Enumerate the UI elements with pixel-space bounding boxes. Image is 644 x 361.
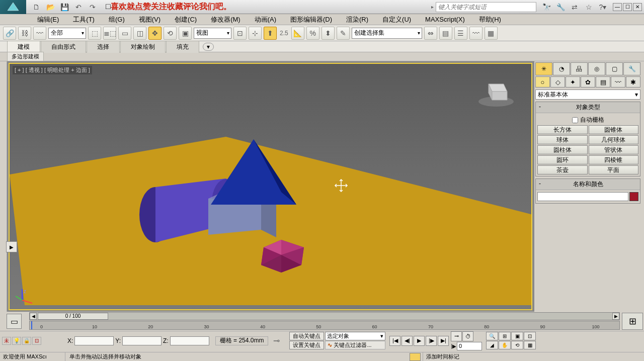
- menu-edit[interactable]: 编辑(E): [30, 14, 66, 25]
- time-config-icon[interactable]: ⏱: [462, 331, 473, 341]
- zoom-icon[interactable]: 🔍: [486, 332, 498, 340]
- help-search-input[interactable]: [436, 2, 536, 12]
- obj-box-button[interactable]: 长方体: [537, 125, 588, 134]
- angle-snap-icon[interactable]: 📐: [291, 27, 304, 40]
- link-icon[interactable]: 🔗: [3, 27, 16, 40]
- zoom-all-icon[interactable]: ⊞: [499, 332, 511, 340]
- create-tab-icon[interactable]: ✳: [535, 62, 552, 75]
- viewport-play-icon[interactable]: ▶: [6, 241, 17, 252]
- ribbon-tab-objectpaint[interactable]: 对象绘制: [120, 41, 166, 53]
- slider-left-icon[interactable]: ◀: [30, 313, 37, 320]
- orbit-icon[interactable]: ⟲: [511, 341, 523, 349]
- wrench-icon[interactable]: 🔧: [555, 2, 566, 12]
- move-icon[interactable]: ✥: [148, 27, 162, 40]
- lights-subtab-icon[interactable]: ✦: [566, 76, 580, 87]
- menu-help[interactable]: 帮助(H): [472, 14, 508, 25]
- time-slider[interactable]: ◀ 0 / 100 ▶: [29, 312, 620, 320]
- display-tab-icon[interactable]: ▢: [606, 62, 623, 75]
- open-icon[interactable]: 📂: [45, 2, 55, 12]
- bind-icon[interactable]: 〰: [33, 27, 46, 40]
- selection-lock-icon[interactable]: ⊡: [32, 337, 41, 345]
- keyfilter-button[interactable]: ∿关键点过滤器...: [325, 341, 385, 349]
- ribbon-tab-freeform[interactable]: 自由形式: [41, 41, 86, 53]
- fov-icon[interactable]: ◢: [486, 341, 498, 349]
- pivot-icon[interactable]: ⊡: [233, 27, 247, 40]
- z-input[interactable]: [170, 336, 209, 345]
- minimize-button[interactable]: —: [613, 3, 622, 11]
- scale-icon[interactable]: ▣: [179, 27, 192, 40]
- ribbon-minimize-icon[interactable]: ▾: [203, 43, 214, 51]
- tag-icon[interactable]: [410, 353, 421, 361]
- maximize-button[interactable]: ☐: [623, 3, 632, 11]
- menu-maxscript[interactable]: MAXScript(X): [418, 15, 472, 24]
- utilities-tab-icon[interactable]: 🔧: [623, 62, 640, 75]
- viewcube[interactable]: [476, 74, 516, 109]
- goto-start-icon[interactable]: |◀: [389, 336, 400, 346]
- geometry-subtab-icon[interactable]: ○: [535, 76, 550, 87]
- autogrid-checkbox[interactable]: [572, 117, 578, 123]
- select-name-icon[interactable]: ≣⬚: [103, 27, 116, 40]
- obj-plane-button[interactable]: 平面: [589, 165, 639, 174]
- menu-customize[interactable]: 自定义(U): [375, 14, 418, 25]
- obj-pyramid-button[interactable]: 四棱锥: [589, 155, 639, 164]
- schematic-icon[interactable]: ▦: [485, 27, 498, 40]
- key-mode-icon[interactable]: ⊸: [451, 331, 462, 341]
- unlink-icon[interactable]: ⛓: [18, 27, 31, 40]
- set-key-mode-icon[interactable]: ⊞: [622, 313, 643, 330]
- percent-snap-icon[interactable]: %: [306, 27, 319, 40]
- helpers-subtab-icon[interactable]: ▤: [596, 76, 610, 87]
- zoom-extents-all-icon[interactable]: ⊡: [524, 332, 536, 340]
- maximize-viewport-icon[interactable]: ▦: [524, 341, 536, 349]
- redo-icon[interactable]: ↷: [88, 2, 98, 12]
- snap-toggle-icon[interactable]: ⬆: [264, 27, 277, 40]
- pan-icon[interactable]: ✋: [499, 341, 511, 349]
- help-icon[interactable]: ?▾: [598, 2, 608, 12]
- manip-icon[interactable]: ⊹: [249, 27, 262, 40]
- binoculars-icon[interactable]: 🔭: [541, 2, 551, 12]
- obj-sphere-button[interactable]: 球体: [537, 135, 588, 144]
- curve-editor-icon[interactable]: 〰: [469, 27, 482, 40]
- goto-end-icon[interactable]: ▶|: [438, 336, 449, 346]
- cameras-subtab-icon[interactable]: ✿: [581, 76, 595, 87]
- rollout-objecttype-header[interactable]: 对象类型: [536, 102, 640, 113]
- current-frame-input[interactable]: [457, 342, 482, 350]
- object-color-swatch[interactable]: [629, 192, 638, 201]
- shapes-subtab-icon[interactable]: ◇: [550, 76, 565, 87]
- y-input[interactable]: [122, 336, 162, 345]
- obj-cone-button[interactable]: 圆锥体: [589, 125, 639, 134]
- star-icon[interactable]: ☆: [584, 2, 594, 12]
- mirror-icon[interactable]: ⇔: [424, 27, 437, 40]
- ribbon-tab-selection[interactable]: 选择: [87, 41, 120, 53]
- subribbon-polymodel[interactable]: 多边形建模: [7, 52, 44, 61]
- obj-tube-button[interactable]: 管状体: [589, 145, 639, 154]
- next-frame-icon[interactable]: |▶: [426, 336, 437, 346]
- rollout-namecolor-header[interactable]: 名称和颜色: [536, 179, 640, 190]
- prev-frame-icon[interactable]: ◀|: [401, 336, 413, 346]
- named-selection-dropdown[interactable]: 创建选择集: [352, 28, 422, 39]
- layers-icon[interactable]: ☰: [454, 27, 467, 40]
- menu-tools[interactable]: 工具(T): [66, 14, 102, 25]
- object-name-input[interactable]: [537, 192, 628, 201]
- zoom-extents-icon[interactable]: ▣: [511, 332, 523, 340]
- menu-create[interactable]: 创建(C): [168, 14, 204, 25]
- ribbon-tab-modeling[interactable]: 建模: [7, 41, 40, 53]
- save-icon[interactable]: 💾: [59, 2, 69, 12]
- menu-view[interactable]: 视图(V): [132, 14, 168, 25]
- lock-icon[interactable]: 🔒: [22, 337, 31, 345]
- ref-coord-dropdown[interactable]: 视图: [194, 28, 231, 39]
- keymode-dropdown[interactable]: 选定对象: [325, 332, 385, 340]
- close-button[interactable]: ✕: [633, 3, 642, 11]
- selection-filter-dropdown[interactable]: 全部: [48, 28, 86, 39]
- category-dropdown[interactable]: 标准基本体: [535, 89, 640, 100]
- time-marker[interactable]: [31, 321, 32, 329]
- timeline-config-icon[interactable]: ▭: [7, 314, 22, 329]
- script-mini-icon[interactable]: 未: [2, 337, 11, 345]
- new-icon[interactable]: 🗋: [31, 2, 41, 12]
- menu-grapheditor[interactable]: 图形编辑器(D): [283, 14, 339, 25]
- play-icon[interactable]: ▶: [414, 336, 425, 346]
- menu-modifiers[interactable]: 修改器(M): [204, 14, 248, 25]
- slider-right-icon[interactable]: ▶: [612, 313, 619, 320]
- obj-geosphere-button[interactable]: 几何球体: [589, 135, 639, 144]
- search-play-icon[interactable]: ▸: [431, 4, 434, 10]
- time-slider-thumb[interactable]: 0 / 100: [38, 313, 108, 320]
